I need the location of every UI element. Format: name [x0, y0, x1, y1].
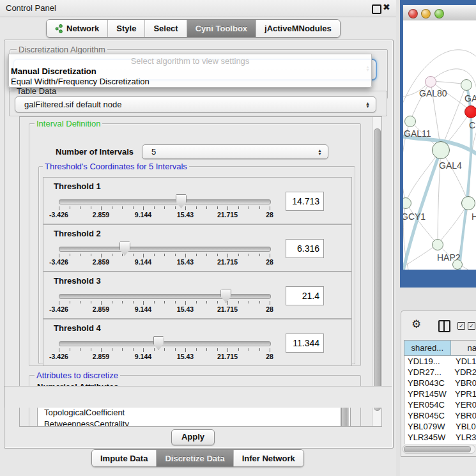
- cell-name[interactable]: YPR1: [454, 388, 476, 399]
- table-row[interactable]: YPR145WYPR1: [404, 388, 476, 399]
- tick-label: 15.43: [165, 258, 206, 266]
- network-node-hap2[interactable]: [432, 239, 443, 250]
- tick-label: 2.859: [81, 258, 121, 266]
- settings-scrollbar[interactable]: [372, 117, 381, 426]
- major-tick: [143, 348, 144, 352]
- popup-placeholder-item[interactable]: Select algorithm to view settings: [9, 56, 371, 66]
- network-node[interactable]: [452, 259, 463, 270]
- cell-shared-name[interactable]: YDL19...: [404, 356, 454, 367]
- minor-tick: [164, 348, 165, 351]
- cell-shared-name[interactable]: YPR145W: [404, 388, 454, 399]
- network-window-titlebar[interactable]: [403, 5, 476, 21]
- threshold-value-field[interactable]: 21.4: [286, 286, 324, 305]
- table-data-combo[interactable]: galFiltered.sif default node ▲▼: [15, 96, 376, 112]
- network-node-ga[interactable]: [461, 79, 472, 91]
- tab-cyni-toolbox[interactable]: Cyni Toolbox: [187, 20, 256, 37]
- network-node-gal80[interactable]: [425, 76, 436, 88]
- threshold-slider-thumb[interactable]: [220, 289, 231, 303]
- attribute-item-topologicalcoefficient[interactable]: TopologicalCoefficient: [38, 407, 350, 418]
- cell-name[interactable]: YBL0: [454, 421, 476, 432]
- network-node-gal11[interactable]: [404, 116, 416, 127]
- cell-name[interactable]: YIL0: [454, 443, 476, 444]
- minor-tick: [91, 206, 91, 209]
- threshold-value-field[interactable]: 11.344: [286, 334, 324, 353]
- column-header-shared-name[interactable]: shared...: [404, 341, 451, 355]
- cell-shared-name[interactable]: YBR043C: [404, 378, 454, 388]
- tick-label: 28: [249, 353, 290, 360]
- cell-name[interactable]: YER0: [454, 399, 476, 410]
- network-node-gal4[interactable]: [432, 141, 450, 159]
- threshold-value-field[interactable]: 6.316: [286, 239, 324, 258]
- table-row[interactable]: YDR27...YDR2: [404, 367, 476, 378]
- minor-tick: [80, 254, 81, 256]
- table-row[interactable]: YDL19...YDL1: [404, 356, 476, 367]
- zoom-traffic-light-icon[interactable]: [434, 9, 444, 19]
- table-row[interactable]: YIL052CYIL0: [404, 443, 476, 444]
- tab-network[interactable]: Network: [47, 20, 108, 37]
- cell-shared-name[interactable]: YER054C: [404, 399, 454, 410]
- tab-label: Style: [116, 24, 136, 33]
- table-row[interactable]: YBR043CYBR0: [404, 378, 476, 388]
- column-header-name[interactable]: na: [451, 341, 476, 355]
- tab-label: Discretize Data: [165, 454, 224, 463]
- popup-option-equal-width[interactable]: Equal Width/Frequency Discretization: [11, 77, 150, 86]
- checkbox-icon[interactable]: ✓: [468, 322, 475, 330]
- tick-label: 28: [249, 258, 290, 266]
- tab-label: Infer Network: [242, 454, 295, 463]
- cell-shared-name[interactable]: YLR345W: [404, 432, 454, 443]
- cell-name[interactable]: YLR3: [454, 432, 476, 443]
- threshold-slider-track[interactable]: [59, 341, 271, 346]
- cell-name[interactable]: YBR0: [454, 378, 476, 388]
- tab-label: Impute Data: [100, 454, 148, 463]
- cell-shared-name[interactable]: YIL052C: [404, 443, 454, 444]
- major-tick: [270, 206, 270, 210]
- cell-shared-name[interactable]: YBL079W: [404, 421, 454, 432]
- close-traffic-light-icon[interactable]: [408, 9, 418, 19]
- popup-option-manual-discretization[interactable]: Manual Discretization: [11, 66, 96, 76]
- apply-button[interactable]: Apply: [171, 429, 215, 445]
- node-attribute-table[interactable]: shared... na YDL19...YDL1YDR27...YDR2YBR…: [404, 340, 476, 444]
- minor-tick: [259, 348, 260, 351]
- checkbox-icon[interactable]: ✓: [457, 322, 465, 330]
- threshold-value-field[interactable]: 14.713: [286, 192, 324, 211]
- network-node-c[interactable]: [464, 105, 476, 118]
- threshold-slider-thumb[interactable]: [119, 242, 130, 256]
- table-row[interactable]: YER054CYER0: [404, 399, 476, 410]
- minor-tick: [133, 206, 134, 209]
- cell-name[interactable]: YBR0: [454, 410, 476, 421]
- number-of-intervals-spinner[interactable]: 5 ▲▼: [142, 144, 328, 159]
- table-row[interactable]: YBL079WYBL0: [404, 421, 476, 432]
- gear-icon[interactable]: ⚙: [411, 318, 421, 331]
- tab-discretize-data[interactable]: Discretize Data: [157, 450, 233, 466]
- network-canvas[interactable]: GAL80GACGAL11GAL4GCY1HHAP2: [403, 20, 476, 270]
- tab-jactivemnodules[interactable]: jActiveMNodules: [256, 20, 340, 37]
- close-icon[interactable]: ✖: [383, 2, 390, 12]
- minor-tick: [175, 254, 176, 256]
- cell-shared-name[interactable]: YDR27...: [404, 367, 453, 378]
- threshold-slider-track[interactable]: [59, 199, 271, 204]
- threshold-slider-track[interactable]: [59, 294, 271, 299]
- threshold-slider-thumb[interactable]: [153, 336, 164, 350]
- tab-infer-network[interactable]: Infer Network: [234, 450, 303, 466]
- tab-impute-data[interactable]: Impute Data: [92, 450, 157, 466]
- minor-tick: [238, 301, 239, 303]
- cell-shared-name[interactable]: YBR045C: [404, 410, 454, 421]
- threshold-panel-1: Threshold 1-3.4262.8599.14415.4321.71528…: [43, 177, 352, 224]
- attribute-item-betweennesscentrality[interactable]: BetweennessCentrality: [38, 418, 350, 427]
- table-scrollbar-thumb[interactable]: [404, 446, 471, 452]
- tick-label: -3.426: [38, 353, 79, 360]
- settings-scrollbar-thumb[interactable]: [374, 128, 381, 411]
- threshold-slider-track[interactable]: [59, 247, 271, 252]
- float-window-icon[interactable]: [372, 4, 381, 14]
- tab-style[interactable]: Style: [108, 20, 145, 37]
- minor-tick: [175, 206, 176, 209]
- network-node-h[interactable]: [461, 196, 475, 210]
- column-layout-icon[interactable]: [438, 320, 450, 332]
- minimize-traffic-light-icon[interactable]: [421, 9, 431, 19]
- cell-name[interactable]: YDL1: [454, 356, 476, 367]
- tab-select[interactable]: Select: [145, 20, 187, 37]
- tick-label: -3.426: [38, 305, 79, 313]
- cell-name[interactable]: YDR2: [453, 367, 476, 378]
- table-row[interactable]: YBR045CYBR0: [404, 410, 476, 421]
- table-row[interactable]: YLR345WYLR3: [404, 432, 476, 443]
